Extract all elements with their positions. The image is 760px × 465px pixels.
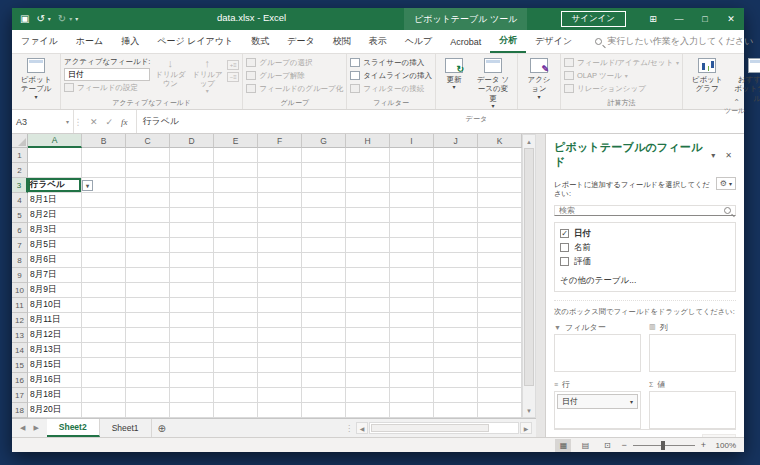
cell-B1[interactable] (82, 148, 126, 163)
cell-D9[interactable] (170, 268, 214, 283)
cell-A4[interactable]: 8月1日 (28, 193, 82, 208)
cell-G1[interactable] (302, 148, 346, 163)
row-header-14[interactable]: 14 (12, 343, 28, 358)
insert-function-icon[interactable]: fx (121, 117, 128, 127)
cell-K17[interactable] (478, 388, 522, 403)
cell-I6[interactable] (390, 223, 434, 238)
pivottable-button[interactable]: ピボットテーブル▾ (15, 56, 57, 103)
tab-データ[interactable]: データ (278, 30, 323, 53)
sheet-nav-prev-icon[interactable]: ◀ (20, 424, 25, 432)
cell-J3[interactable] (434, 178, 478, 193)
tab-ホーム[interactable]: ホーム (67, 30, 112, 53)
cell-E13[interactable] (214, 328, 258, 343)
cell-G4[interactable] (302, 193, 346, 208)
ribbon-display-options-icon[interactable]: ⊞ (640, 8, 666, 30)
cell-A14[interactable]: 8月13日 (28, 343, 82, 358)
cell-D4[interactable] (170, 193, 214, 208)
cell-I16[interactable] (390, 373, 434, 388)
row-header-17[interactable]: 17 (12, 388, 28, 403)
cell-K10[interactable] (478, 283, 522, 298)
cell-B5[interactable] (82, 208, 126, 223)
new-sheet-icon[interactable]: ⊕ (152, 419, 172, 437)
collapse-field-icon[interactable]: −≡ (227, 72, 239, 82)
vertical-scrollbar[interactable]: ▲ ▼ (522, 134, 536, 418)
row-header-1[interactable]: 1 (12, 148, 28, 163)
row-header-12[interactable]: 12 (12, 313, 28, 328)
cell-H2[interactable] (346, 163, 390, 178)
cell-D2[interactable] (170, 163, 214, 178)
columns-area-box[interactable] (649, 334, 736, 372)
more-tables-link[interactable]: その他のテーブル... (560, 275, 730, 287)
tab-デザイン[interactable]: デザイン (526, 30, 581, 53)
row-header-6[interactable]: 6 (12, 223, 28, 238)
cell-C5[interactable] (126, 208, 170, 223)
cell-F8[interactable] (258, 253, 302, 268)
cell-C17[interactable] (126, 388, 170, 403)
undo-dropdown-icon[interactable]: ▾ (48, 16, 51, 22)
cell-K3[interactable] (478, 178, 522, 193)
insert-slicer-button[interactable]: スライサーの挿入 (350, 56, 432, 69)
cell-B4[interactable] (82, 193, 126, 208)
vertical-scroll-thumb[interactable] (524, 148, 534, 386)
cell-C11[interactable] (126, 298, 170, 313)
cell-E6[interactable] (214, 223, 258, 238)
row-header-18[interactable]: 18 (12, 403, 28, 418)
insert-timeline-button[interactable]: タイムラインの挿入 (350, 69, 432, 82)
col-header-J[interactable]: J (434, 134, 478, 148)
group-selection-button[interactable]: グループの選択 (246, 56, 343, 69)
cell-B9[interactable] (82, 268, 126, 283)
cell-A15[interactable]: 8月15日 (28, 358, 82, 373)
cell-H4[interactable] (346, 193, 390, 208)
cell-G13[interactable] (302, 328, 346, 343)
cell-K4[interactable] (478, 193, 522, 208)
cell-H11[interactable] (346, 298, 390, 313)
col-header-E[interactable]: E (214, 134, 258, 148)
tab-校閲[interactable]: 校閲 (324, 30, 360, 53)
cell-I8[interactable] (390, 253, 434, 268)
cell-G15[interactable] (302, 358, 346, 373)
refresh-button[interactable]: ↻ 更新▾ (439, 56, 469, 94)
row-field-pill[interactable]: 日付▾ (557, 394, 638, 409)
cell-J10[interactable] (434, 283, 478, 298)
row-header-10[interactable]: 10 (12, 283, 28, 298)
field-checkbox[interactable] (560, 257, 569, 266)
cell-D12[interactable] (170, 313, 214, 328)
cell-C4[interactable] (126, 193, 170, 208)
cell-I18[interactable] (390, 403, 434, 418)
tab-挿入[interactable]: 挿入 (112, 30, 148, 53)
cell-K5[interactable] (478, 208, 522, 223)
cell-E16[interactable] (214, 373, 258, 388)
cell-D13[interactable] (170, 328, 214, 343)
cell-E14[interactable] (214, 343, 258, 358)
row-header-5[interactable]: 5 (12, 208, 28, 223)
hscroll-resize-grip[interactable]: ⋮ (343, 424, 355, 433)
cell-J12[interactable] (434, 313, 478, 328)
cell-E15[interactable] (214, 358, 258, 373)
cell-I4[interactable] (390, 193, 434, 208)
page-layout-view-icon[interactable]: ▤ (577, 439, 593, 452)
tab-数式[interactable]: 数式 (242, 30, 278, 53)
cell-G10[interactable] (302, 283, 346, 298)
cell-A13[interactable]: 8月12日 (28, 328, 82, 343)
cell-I3[interactable] (390, 178, 434, 193)
customize-qat-icon[interactable]: ▾ (75, 16, 78, 22)
cell-E10[interactable] (214, 283, 258, 298)
col-header-D[interactable]: D (170, 134, 214, 148)
change-data-source-button[interactable]: データ ソースの変更▾ (472, 56, 514, 113)
select-all-corner[interactable] (12, 134, 28, 148)
cell-E8[interactable] (214, 253, 258, 268)
expand-field-icon[interactable]: +≡ (227, 60, 239, 70)
cell-F6[interactable] (258, 223, 302, 238)
cell-F10[interactable] (258, 283, 302, 298)
cell-A11[interactable]: 8月10日 (28, 298, 82, 313)
pane-close-icon[interactable]: ✕ (721, 151, 736, 160)
cell-B15[interactable] (82, 358, 126, 373)
cell-E18[interactable] (214, 403, 258, 418)
cell-G5[interactable] (302, 208, 346, 223)
cell-F4[interactable] (258, 193, 302, 208)
cell-G17[interactable] (302, 388, 346, 403)
cell-H17[interactable] (346, 388, 390, 403)
cell-C7[interactable] (126, 238, 170, 253)
cell-F3[interactable] (258, 178, 302, 193)
cell-H12[interactable] (346, 313, 390, 328)
